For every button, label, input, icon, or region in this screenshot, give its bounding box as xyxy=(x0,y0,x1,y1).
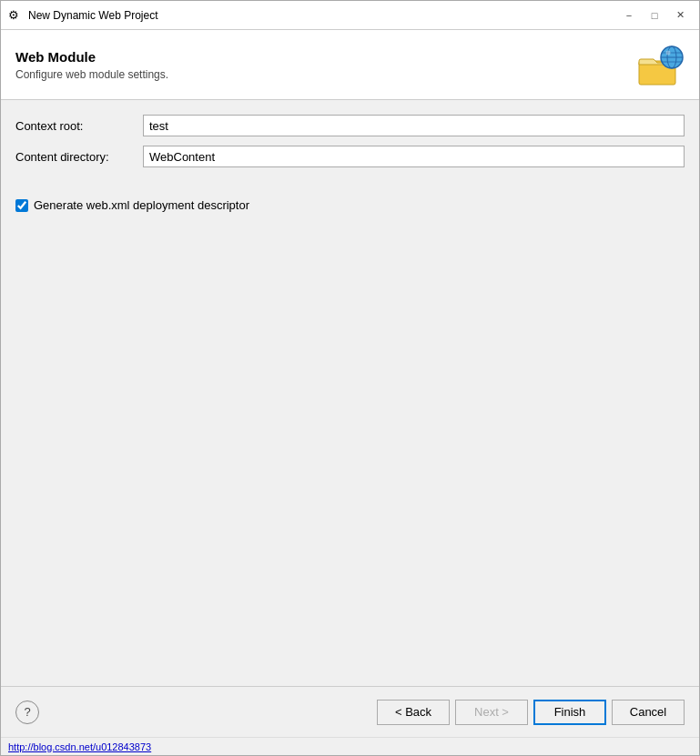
finish-button[interactable]: Finish xyxy=(533,700,606,725)
form-section: Context root: Content directory: Generat… xyxy=(1,100,699,686)
close-button[interactable]: ✕ xyxy=(668,6,692,25)
generate-xml-label: Generate web.xml deployment descriptor xyxy=(34,198,249,212)
checkbox-area: Generate web.xml deployment descriptor xyxy=(1,191,699,219)
window-controls: − □ ✕ xyxy=(617,6,692,25)
content-spacer xyxy=(1,219,699,686)
bottom-left: ? xyxy=(15,701,39,724)
main-window: ⚙ New Dynamic Web Project − □ ✕ Web Modu… xyxy=(0,0,700,756)
header-section: Web Module Configure web module settings… xyxy=(1,30,699,100)
maximize-button[interactable]: □ xyxy=(643,6,666,25)
context-root-input[interactable] xyxy=(143,115,685,136)
form-area: Context root: Content directory: xyxy=(1,100,699,191)
generate-xml-checkbox[interactable] xyxy=(15,199,28,212)
app-icon: ⚙ xyxy=(8,8,23,23)
minimize-button[interactable]: − xyxy=(617,6,641,25)
header-text: Web Module Configure web module settings… xyxy=(15,49,168,81)
bottom-bar: ? < Back Next > Finish Cancel xyxy=(1,686,699,737)
page-title: Web Module xyxy=(15,49,168,65)
content-directory-input[interactable] xyxy=(143,146,685,167)
header-icon xyxy=(637,41,685,88)
dialog-content: Web Module Configure web module settings… xyxy=(1,30,699,755)
title-bar: ⚙ New Dynamic Web Project − □ ✕ xyxy=(1,1,699,30)
content-directory-label: Content directory: xyxy=(15,150,143,164)
context-root-label: Context root: xyxy=(15,119,143,133)
next-button[interactable]: Next > xyxy=(455,700,528,725)
cancel-button[interactable]: Cancel xyxy=(612,700,685,725)
help-button[interactable]: ? xyxy=(15,701,39,724)
window-title: New Dynamic Web Project xyxy=(28,9,617,22)
context-root-row: Context root: xyxy=(15,115,685,136)
content-directory-row: Content directory: xyxy=(15,146,685,167)
bottom-right: < Back Next > Finish Cancel xyxy=(377,700,685,725)
status-url[interactable]: http://blog.csdn.net/u012843873 xyxy=(8,741,151,752)
status-bar: http://blog.csdn.net/u012843873 xyxy=(1,737,699,755)
back-button[interactable]: < Back xyxy=(377,700,450,725)
page-subtitle: Configure web module settings. xyxy=(15,68,168,81)
svg-point-6 xyxy=(666,51,671,55)
